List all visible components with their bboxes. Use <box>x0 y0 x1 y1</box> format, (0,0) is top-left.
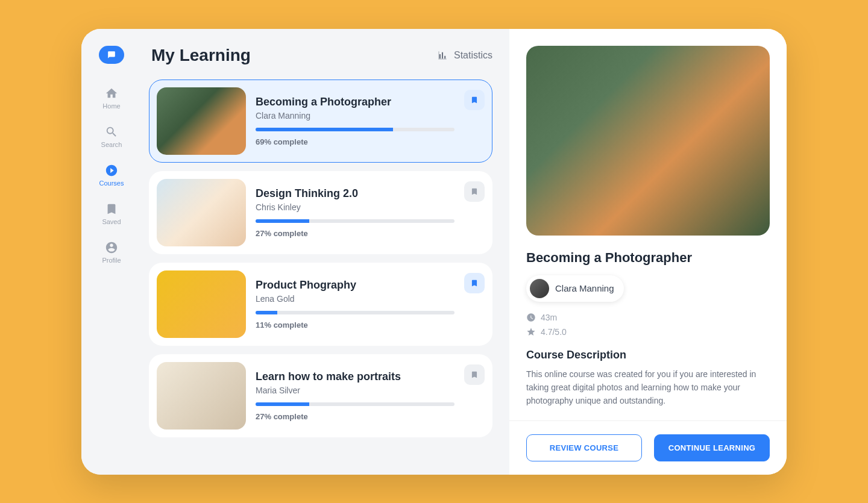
user-circle-icon <box>105 241 118 254</box>
statistics-button[interactable]: Statistics <box>437 50 492 61</box>
progress-bar <box>256 402 454 406</box>
bookmark-icon <box>470 187 479 196</box>
progress-fill <box>256 311 277 314</box>
course-info: Design Thinking 2.0 Chris Kinley 27% com… <box>256 187 454 238</box>
course-info: Becoming a Photographer Clara Manning 69… <box>256 96 454 146</box>
author-chip[interactable]: Clara Manning <box>526 275 624 302</box>
detail-title: Becoming a Photographer <box>526 250 770 266</box>
rating-row: 4.7/5.0 <box>526 327 770 337</box>
review-course-button[interactable]: REVIEW COURSE <box>526 434 642 461</box>
bookmark-button[interactable] <box>464 90 485 110</box>
nav-home[interactable]: Home <box>102 87 120 110</box>
action-footer: REVIEW COURSE CONTINUE LEARNING <box>509 420 787 475</box>
description-heading: Course Description <box>526 349 770 361</box>
course-thumbnail <box>157 87 246 155</box>
progress-bar <box>256 311 454 314</box>
header-row: My Learning Statistics <box>149 46 492 65</box>
course-info: Product Phography Lena Gold 11% complete <box>256 279 454 330</box>
home-icon <box>105 87 118 100</box>
nav-label: Search <box>101 141 122 148</box>
play-circle-icon <box>105 164 118 177</box>
nav-label: Profile <box>102 257 121 264</box>
description-text: This online course was created for you i… <box>526 367 770 408</box>
nav-label: Home <box>102 102 120 110</box>
course-list: Becoming a Photographer Clara Manning 69… <box>149 80 492 437</box>
course-list-panel: My Learning Statistics Becoming a Photog… <box>142 29 509 475</box>
avatar <box>530 279 549 298</box>
course-author: Chris Kinley <box>256 202 454 212</box>
nav-label: Courses <box>99 180 124 187</box>
search-icon <box>105 125 118 139</box>
bookmark-icon <box>470 278 479 288</box>
chat-icon <box>107 51 116 59</box>
bookmark-icon <box>470 370 479 380</box>
statistics-label: Statistics <box>454 50 492 61</box>
bookmark-icon <box>105 202 118 216</box>
star-icon <box>526 327 536 337</box>
nav-label: Saved <box>102 218 121 225</box>
progress-text: 27% complete <box>256 412 454 421</box>
course-title: Becoming a Photographer <box>256 96 454 108</box>
progress-fill <box>256 219 309 223</box>
course-hero-image <box>526 46 770 236</box>
progress-text: 11% complete <box>256 320 454 330</box>
nav-profile[interactable]: Profile <box>102 241 121 264</box>
progress-text: 27% complete <box>256 229 454 238</box>
duration-text: 43m <box>541 313 557 322</box>
clock-icon <box>526 313 536 322</box>
detail-body: Becoming a Photographer Clara Manning 43… <box>509 29 787 420</box>
continue-learning-button[interactable]: CONTINUE LEARNING <box>654 434 770 461</box>
bookmark-button[interactable] <box>464 273 485 293</box>
course-thumbnail <box>157 362 246 430</box>
course-detail-panel: Becoming a Photographer Clara Manning 43… <box>509 29 787 475</box>
course-card[interactable]: Learn how to make portraits Maria Silver… <box>149 354 492 437</box>
bookmark-icon <box>470 95 479 105</box>
duration-row: 43m <box>526 313 770 322</box>
rating-text: 4.7/5.0 <box>541 327 567 337</box>
course-card[interactable]: Becoming a Photographer Clara Manning 69… <box>149 80 492 163</box>
course-info: Learn how to make portraits Maria Silver… <box>256 370 454 421</box>
bookmark-button[interactable] <box>464 181 485 202</box>
nav-courses[interactable]: Courses <box>99 164 124 187</box>
course-title: Learn how to make portraits <box>256 370 454 383</box>
progress-text: 69% complete <box>256 137 454 146</box>
author-name: Clara Manning <box>555 283 614 293</box>
app-logo[interactable] <box>99 46 124 64</box>
nav-search[interactable]: Search <box>101 125 122 148</box>
course-author: Maria Silver <box>256 386 454 395</box>
course-author: Clara Manning <box>256 111 454 120</box>
progress-bar <box>256 128 454 131</box>
course-title: Design Thinking 2.0 <box>256 187 454 200</box>
progress-fill <box>256 402 309 406</box>
bookmark-button[interactable] <box>464 364 485 385</box>
progress-fill <box>256 128 393 131</box>
sidebar: Home Search Courses Saved Profile <box>81 29 142 475</box>
course-thumbnail <box>157 179 246 246</box>
course-thumbnail <box>157 270 246 338</box>
nav-saved[interactable]: Saved <box>102 202 121 225</box>
course-card[interactable]: Design Thinking 2.0 Chris Kinley 27% com… <box>149 171 492 254</box>
course-author: Lena Gold <box>256 294 454 304</box>
course-title: Product Phography <box>256 279 454 292</box>
page-title: My Learning <box>151 46 251 65</box>
app-window: Home Search Courses Saved Profile My Lea… <box>81 29 787 475</box>
progress-bar <box>256 219 454 223</box>
bar-chart-icon <box>437 50 448 61</box>
course-card[interactable]: Product Phography Lena Gold 11% complete <box>149 263 492 346</box>
